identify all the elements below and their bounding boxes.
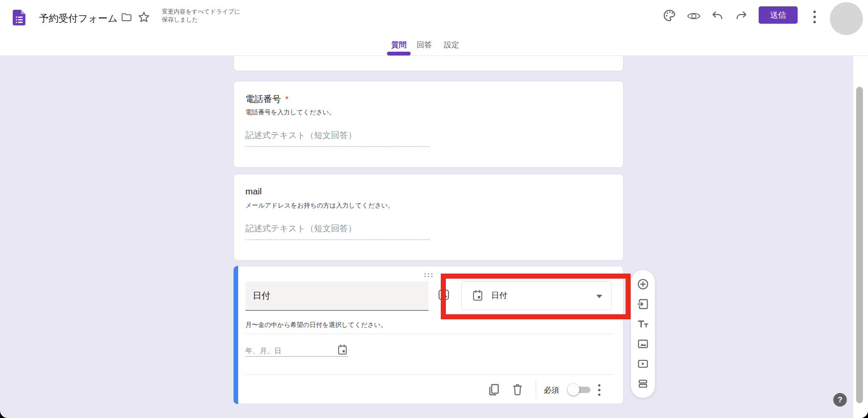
toolbar-image-icon[interactable] (637, 338, 649, 350)
preview-eye-icon[interactable] (687, 11, 701, 22)
question-description: メールアドレスをお持ちの方は入力してください。 (245, 202, 394, 210)
save-status-text: 変更内容をすべてドライブに保存しました (162, 8, 246, 24)
required-asterisk: * (285, 94, 289, 104)
question-card-phone[interactable]: 電話番号* 電話番号を入力してください。 記述式テキスト（短文回答） (234, 81, 623, 168)
annotation-red-rectangle (441, 274, 631, 319)
date-answer-placeholder: 年、月、日 (245, 346, 281, 356)
delete-icon[interactable] (512, 383, 523, 396)
date-answer-underline (245, 356, 348, 357)
top-app-bar: 予約受付フォーム 変更内容をすべてドライブに保存しました (0, 0, 868, 56)
redo-icon[interactable] (735, 11, 748, 22)
forms-logo-icon[interactable] (11, 10, 27, 25)
folder-icon[interactable] (121, 13, 132, 22)
insert-toolbar (631, 270, 655, 398)
question-description: 電話番号を入力してください。 (245, 108, 335, 116)
question-title: mail (245, 186, 262, 197)
divider (245, 334, 613, 334)
short-answer-placeholder: 記述式テキスト（短文回答） (245, 130, 356, 141)
scrollbar-thumb[interactable] (856, 87, 863, 403)
active-card-indicator (234, 266, 238, 404)
more-vertical-icon[interactable] (597, 383, 602, 397)
add-section-icon[interactable] (637, 378, 649, 390)
send-button[interactable]: 送信 (759, 6, 798, 24)
tab-settings[interactable]: 設定 (441, 40, 462, 50)
required-label: 必須 (544, 385, 559, 395)
duplicate-icon[interactable] (487, 383, 500, 396)
help-icon[interactable]: ? (833, 393, 847, 407)
palette-icon[interactable] (663, 9, 676, 22)
google-forms-editor-window: 電話番号* 電話番号を入力してください。 記述式テキスト（短文回答） mail … (0, 0, 868, 418)
tab-questions[interactable]: 質問 (389, 40, 409, 50)
form-title[interactable]: 予約受付フォーム (39, 12, 118, 25)
add-question-icon[interactable] (637, 278, 649, 290)
question-title-input[interactable] (245, 281, 428, 311)
drag-handle-icon[interactable] (423, 272, 434, 278)
more-vertical-icon[interactable] (812, 9, 818, 25)
add-title-icon[interactable] (637, 318, 649, 330)
tab-responses[interactable]: 回答 (414, 40, 434, 50)
question-title: 電話番号* (245, 93, 289, 105)
calendar-icon (337, 344, 348, 355)
import-questions-icon[interactable] (637, 298, 649, 310)
short-answer-underline (245, 239, 430, 240)
short-answer-underline (245, 146, 430, 147)
toggle-knob (568, 384, 579, 396)
question-card-mail[interactable]: mail メールアドレスをお持ちの方は入力してください。 記述式テキスト（短文回… (234, 174, 623, 260)
account-avatar[interactable] (830, 2, 863, 35)
star-icon[interactable] (138, 11, 150, 23)
divider (536, 379, 536, 399)
divider (245, 374, 613, 375)
active-tab-underline (387, 52, 411, 55)
short-answer-placeholder: 記述式テキスト（短文回答） (245, 223, 356, 234)
add-video-icon[interactable] (637, 358, 649, 370)
undo-icon[interactable] (711, 11, 723, 22)
question-description: 月〜金の中から希望の日付を選択してください。 (245, 321, 387, 329)
required-toggle[interactable] (568, 384, 591, 396)
previous-question-card-partial[interactable] (234, 55, 623, 71)
